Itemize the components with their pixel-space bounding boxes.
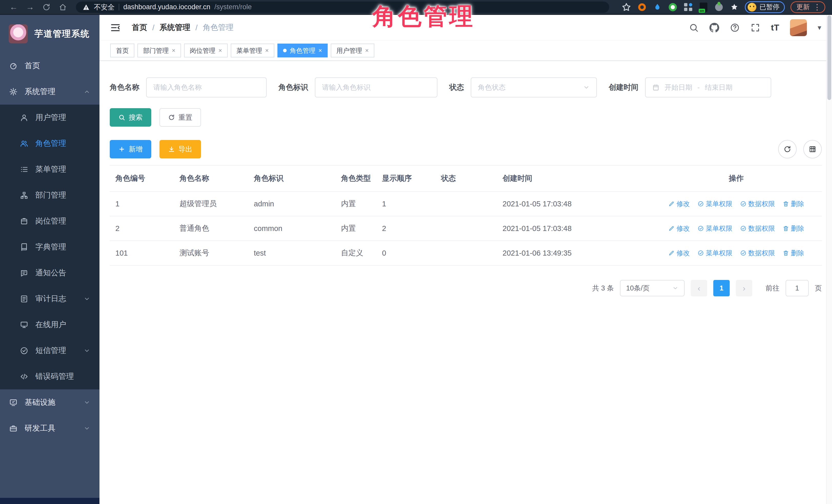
extension-adblock-icon[interactable] [668, 2, 678, 12]
tab-user[interactable]: 用户管理 × [331, 44, 374, 57]
hamburger-icon[interactable] [110, 23, 121, 33]
row-action-menu-perm[interactable]: 菜单权限 [698, 249, 732, 258]
column-header: 角色名称 [174, 173, 248, 184]
sidebar-item-devtool[interactable]: 研发工具 [0, 415, 100, 441]
status-select[interactable]: 角色状态 [471, 77, 597, 98]
row-action-delete[interactable]: 删除 [783, 249, 804, 258]
browser-profile-badge[interactable]: 已暂停 [745, 1, 785, 13]
status-label: 状态 [449, 82, 464, 92]
sidebar-item-home[interactable]: 首页 [0, 53, 100, 79]
refresh-table-button[interactable] [778, 140, 797, 158]
start-date-placeholder[interactable]: 开始日期 [665, 83, 692, 92]
tab-menu[interactable]: 菜单管理 × [231, 44, 274, 57]
row-action-edit[interactable]: 修改 [669, 200, 690, 208]
row-action-edit[interactable]: 修改 [669, 224, 690, 233]
browser-back-button[interactable]: ← [7, 1, 21, 13]
role-code-input[interactable] [315, 77, 437, 98]
tab-role[interactable]: 角色管理 × [278, 44, 328, 57]
sidebar-item-dept[interactable]: 部门管理 [0, 182, 100, 208]
sidebar-item-infra[interactable]: 基础设施 [0, 390, 100, 415]
address-bar[interactable]: 不安全 dashboard.yudao.iocoder.cn/system/ro… [76, 2, 609, 13]
trash-icon [783, 201, 789, 207]
browser-reload-button[interactable] [40, 1, 53, 13]
browser-home-button[interactable] [56, 1, 70, 13]
sidebar-item-audit[interactable]: 审计日志 [0, 286, 100, 312]
breadcrumb-item[interactable]: 首页 [132, 22, 147, 33]
user-avatar[interactable] [790, 19, 807, 36]
app-logo[interactable]: 芋道管理系统 [0, 15, 100, 53]
column-header: 角色类型 [335, 173, 376, 184]
bookmark-star-icon[interactable] [621, 2, 631, 12]
sidebar-item-user[interactable]: 用户管理 [0, 105, 100, 131]
add-button[interactable]: 新增 [110, 140, 151, 158]
search-icon[interactable] [689, 23, 699, 32]
role-code-field[interactable] [322, 84, 430, 91]
row-action-data-perm[interactable]: 数据权限 [740, 249, 775, 258]
row-action-delete[interactable]: 删除 [783, 224, 804, 233]
breadcrumb-separator: / [196, 23, 198, 32]
column-header: 操作 [651, 173, 822, 184]
column-settings-button[interactable] [803, 140, 822, 158]
row-action-data-perm[interactable]: 数据权限 [740, 224, 775, 233]
close-icon[interactable]: × [318, 47, 322, 54]
page-size-select[interactable]: 10条/页 [620, 280, 684, 296]
browser-forward-button[interactable]: → [23, 1, 37, 13]
github-icon[interactable] [709, 23, 719, 32]
row-action-menu-perm[interactable]: 菜单权限 [698, 224, 732, 233]
sidebar-item-post[interactable]: 岗位管理 [0, 208, 100, 234]
annotation-overlay: 角色管理 [372, 1, 475, 32]
next-page-button[interactable]: › [736, 280, 752, 296]
close-icon[interactable]: × [265, 47, 269, 54]
tab-post[interactable]: 岗位管理 × [184, 44, 228, 57]
extension-notes-icon[interactable]: on [699, 2, 708, 12]
table-row: 101 测试账号 test 自定义 0 2021-01-06 13:49:35 … [110, 241, 822, 266]
extension-gear-icon[interactable] [637, 2, 647, 12]
sidebar-item-system[interactable]: 系统管理 [0, 79, 100, 105]
breadcrumb-item[interactable]: 系统管理 [159, 22, 190, 33]
extension-sprout-icon[interactable] [714, 2, 724, 12]
close-icon[interactable]: × [365, 47, 369, 54]
sidebar-item-errcode[interactable]: 错误码管理 [0, 364, 100, 390]
caret-down-icon[interactable]: ▾ [817, 23, 821, 32]
fullscreen-icon[interactable] [751, 23, 760, 32]
grid-icon [809, 145, 816, 153]
font-size-icon[interactable]: tT [771, 23, 779, 32]
extension-pin-icon[interactable] [729, 2, 739, 12]
end-date-placeholder[interactable]: 结束日期 [705, 83, 732, 92]
prev-page-button[interactable]: ‹ [691, 280, 707, 296]
extension-droplet-icon[interactable] [652, 2, 662, 12]
sidebar-item-role[interactable]: 角色管理 [0, 131, 100, 156]
goto-page-input[interactable] [786, 280, 809, 296]
scrollbar-track[interactable] [826, 15, 832, 504]
row-action-menu-perm[interactable]: 菜单权限 [698, 200, 732, 208]
row-action-data-perm[interactable]: 数据权限 [740, 200, 775, 208]
chevron-down-icon [672, 285, 678, 291]
browser-menu-icon[interactable]: ⋮ [813, 3, 821, 11]
row-action-edit[interactable]: 修改 [669, 249, 690, 258]
close-icon[interactable]: × [172, 47, 175, 54]
log-icon [20, 295, 28, 303]
reset-button[interactable]: 重置 [159, 108, 201, 127]
sidebar-item-online[interactable]: 在线用户 [0, 312, 100, 338]
row-action-delete[interactable]: 删除 [783, 200, 804, 208]
browser-update-button[interactable]: 更新 ⋮ [790, 1, 825, 13]
sidebar-item-notice[interactable]: 通知公告 [0, 260, 100, 286]
sidebar-item-dict[interactable]: 字典管理 [0, 234, 100, 260]
search-button[interactable]: 搜索 [110, 108, 151, 127]
scrollbar-thumb[interactable] [827, 16, 831, 100]
current-page-button[interactable]: 1 [713, 280, 730, 296]
tab-home[interactable]: 首页 [110, 44, 134, 57]
extension-tabs-grid-icon[interactable] [683, 2, 693, 12]
close-icon[interactable]: × [218, 47, 222, 54]
reload-icon [42, 3, 51, 11]
date-range-picker[interactable]: 开始日期 - 结束日期 [645, 77, 771, 98]
export-button[interactable]: 导出 [159, 140, 201, 158]
role-name-field[interactable] [153, 84, 259, 91]
sidebar-item-sms[interactable]: 短信管理 [0, 338, 100, 364]
role-name-input[interactable] [146, 77, 267, 98]
help-icon[interactable] [730, 23, 740, 32]
tab-dept[interactable]: 部门管理 × [137, 44, 181, 57]
sidebar-item-menu[interactable]: 菜单管理 [0, 156, 100, 182]
table-row: 2 普通角色 common 内置 2 2021-01-05 17:03:48 修… [110, 216, 822, 241]
role-code-label: 角色标识 [279, 82, 308, 92]
